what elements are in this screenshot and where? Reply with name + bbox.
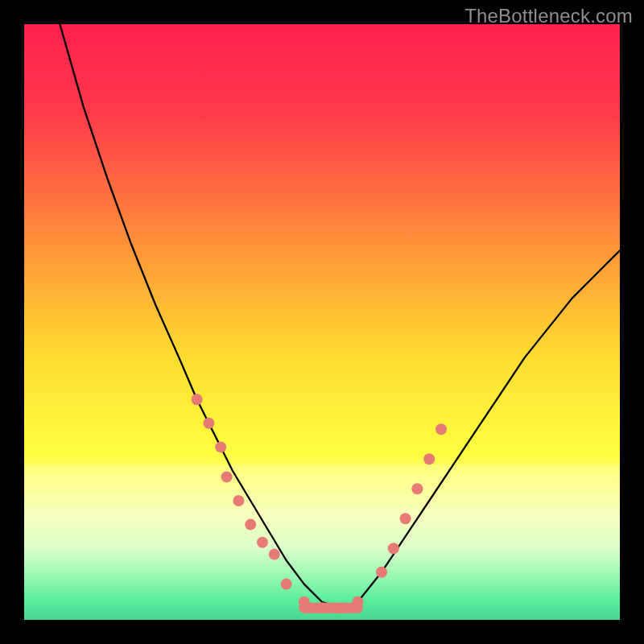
chart-marker-dot bbox=[376, 567, 387, 578]
chart-marker-dot bbox=[334, 602, 345, 613]
chart-marker-dot bbox=[215, 441, 226, 452]
chart-svg bbox=[24, 24, 620, 620]
chart-marker-dot bbox=[203, 418, 214, 429]
chart-highlight-band bbox=[24, 465, 620, 620]
chart-marker-dot bbox=[221, 471, 233, 482]
chart-marker-dot bbox=[411, 483, 423, 494]
chart-plot-area bbox=[24, 24, 620, 620]
chart-marker-dot bbox=[281, 579, 292, 590]
chart-marker-dot bbox=[400, 513, 411, 524]
chart-marker-dot bbox=[257, 537, 268, 548]
chart-frame: TheBottleneck.com bbox=[0, 0, 644, 644]
chart-marker-dot bbox=[388, 543, 399, 554]
chart-marker-dot bbox=[436, 423, 447, 435]
chart-marker-dot bbox=[352, 597, 363, 608]
chart-marker-dot bbox=[233, 495, 244, 506]
chart-marker-dot bbox=[269, 549, 280, 560]
chart-marker-dot bbox=[192, 394, 203, 405]
chart-marker-dot bbox=[423, 453, 435, 464]
chart-marker-dot bbox=[245, 519, 256, 530]
chart-marker-dot bbox=[316, 602, 328, 613]
chart-marker-dot bbox=[299, 597, 310, 608]
